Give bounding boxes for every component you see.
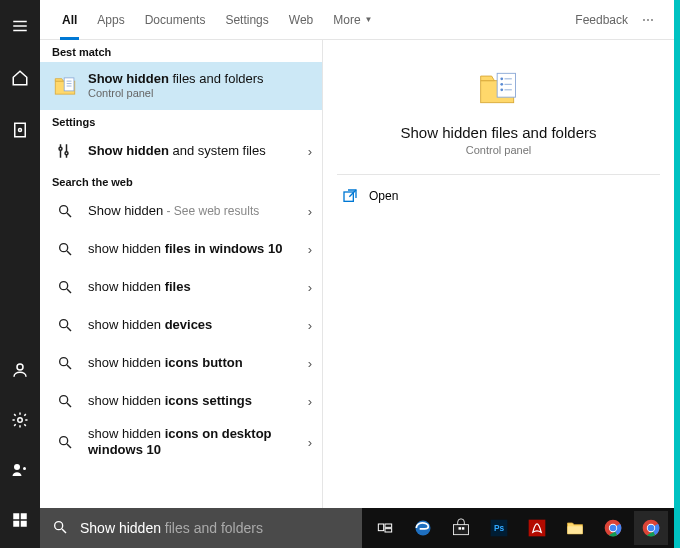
search-icon [52, 519, 70, 537]
svg-rect-3 [15, 123, 26, 137]
svg-point-4 [19, 129, 22, 132]
windows-start-icon[interactable] [0, 502, 40, 538]
svg-point-61 [610, 525, 617, 532]
taskview-icon[interactable] [368, 511, 402, 545]
chevron-right-icon: › [302, 394, 312, 409]
result-preview-pane: Show hidden files and folders Control pa… [322, 40, 674, 508]
search-icon [52, 429, 78, 455]
web-result[interactable]: show hidden devices› [40, 306, 322, 344]
more-options-icon[interactable]: ⋯ [636, 13, 662, 27]
search-input[interactable]: Show hidden files and folders [40, 508, 362, 548]
section-best-match: Best match [40, 40, 322, 62]
photoshop-icon[interactable]: Ps [482, 511, 516, 545]
svg-point-42 [500, 88, 503, 91]
svg-line-31 [67, 365, 71, 369]
svg-point-40 [500, 83, 503, 86]
settings-result[interactable]: Show hidden and system files › [40, 132, 322, 170]
search-icon [52, 236, 78, 262]
svg-rect-47 [378, 524, 383, 531]
svg-rect-57 [568, 526, 583, 534]
svg-rect-52 [459, 527, 462, 530]
svg-rect-12 [21, 521, 27, 527]
home-icon[interactable] [0, 60, 40, 96]
svg-rect-56 [529, 520, 546, 537]
tab-settings[interactable]: Settings [215, 0, 278, 40]
chrome-icon[interactable] [596, 511, 630, 545]
svg-point-30 [60, 358, 68, 366]
web-result[interactable]: Show hidden - See web results› [40, 192, 322, 230]
tab-more[interactable]: More▼ [323, 0, 382, 40]
open-icon [341, 187, 359, 205]
hamburger-icon[interactable] [0, 8, 40, 44]
best-match-result[interactable]: Show hidden files and folders Control pa… [40, 62, 322, 110]
notebook-icon[interactable] [0, 112, 40, 148]
svg-point-8 [23, 467, 26, 470]
svg-line-35 [67, 444, 71, 448]
section-settings: Settings [40, 110, 322, 132]
acrobat-icon[interactable] [520, 511, 554, 545]
store-icon[interactable] [444, 511, 478, 545]
chevron-down-icon: ▼ [365, 15, 373, 24]
svg-point-32 [60, 396, 68, 404]
tab-apps[interactable]: Apps [87, 0, 134, 40]
feedback-link[interactable]: Feedback [567, 13, 636, 27]
open-action[interactable]: Open [323, 175, 674, 217]
open-label: Open [369, 189, 398, 203]
web-result[interactable]: show hidden files› [40, 268, 322, 306]
svg-line-27 [67, 289, 71, 293]
tab-documents[interactable]: Documents [135, 0, 216, 40]
svg-line-46 [62, 529, 66, 533]
web-result[interactable]: show hidden files in windows 10› [40, 230, 322, 268]
power-user-icon[interactable] [0, 452, 40, 488]
chevron-right-icon: › [302, 280, 312, 295]
edge-icon[interactable] [406, 511, 440, 545]
chrome-icon-2[interactable] [634, 511, 668, 545]
web-result[interactable]: show hidden icons settings› [40, 382, 322, 420]
chevron-right-icon: › [302, 144, 312, 159]
svg-rect-14 [64, 78, 74, 91]
taskbar: Ps [362, 508, 674, 548]
svg-line-29 [67, 327, 71, 331]
svg-line-33 [67, 403, 71, 407]
svg-text:Ps: Ps [494, 523, 505, 533]
search-icon [52, 388, 78, 414]
search-icon [52, 312, 78, 338]
web-result[interactable]: show hidden icons on desktop windows 10› [40, 420, 322, 465]
tab-web[interactable]: Web [279, 0, 323, 40]
folder-options-icon [52, 73, 78, 99]
window-edge [674, 0, 680, 548]
tab-all[interactable]: All [52, 0, 87, 40]
file-explorer-icon[interactable] [558, 511, 592, 545]
search-icon [52, 198, 78, 224]
svg-rect-51 [454, 525, 469, 535]
svg-rect-53 [462, 527, 465, 530]
svg-rect-11 [13, 521, 19, 527]
web-result[interactable]: show hidden icons button› [40, 344, 322, 382]
svg-point-38 [500, 77, 503, 80]
preview-title: Show hidden files and folders [401, 124, 597, 141]
svg-line-23 [67, 213, 71, 217]
search-scope-tabs: All Apps Documents Settings Web More▼ Fe… [40, 0, 674, 40]
search-icon [52, 350, 78, 376]
section-web: Search the web [40, 170, 322, 192]
svg-point-5 [17, 364, 23, 370]
svg-rect-10 [21, 513, 27, 519]
svg-point-45 [55, 522, 63, 530]
svg-point-28 [60, 320, 68, 328]
preview-subtitle: Control panel [466, 144, 531, 156]
svg-point-26 [60, 282, 68, 290]
chevron-right-icon: › [302, 356, 312, 371]
folder-options-large-icon [477, 66, 521, 110]
svg-point-34 [60, 437, 68, 445]
gear-icon[interactable] [0, 402, 40, 438]
sliders-icon [52, 138, 78, 164]
svg-rect-48 [385, 524, 392, 527]
chevron-right-icon: › [302, 318, 312, 333]
person-icon[interactable] [0, 352, 40, 388]
chevron-right-icon: › [302, 242, 312, 257]
search-typed-text: Show hidden [80, 520, 161, 536]
svg-rect-49 [385, 529, 392, 532]
cortana-sidebar [0, 0, 40, 548]
svg-rect-9 [13, 513, 19, 519]
svg-line-25 [67, 251, 71, 255]
